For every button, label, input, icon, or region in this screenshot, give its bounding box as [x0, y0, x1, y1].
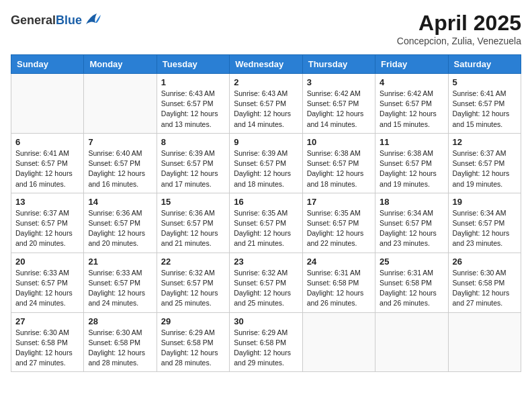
day-number: 29 [161, 316, 225, 326]
calendar-cell: 18Sunrise: 6:34 AMSunset: 6:57 PMDayligh… [375, 193, 448, 253]
day-number: 21 [88, 257, 152, 267]
week-row-4: 20Sunrise: 6:33 AMSunset: 6:57 PMDayligh… [11, 253, 521, 312]
calendar-cell: 27Sunrise: 6:30 AMSunset: 6:58 PMDayligh… [11, 312, 84, 372]
day-number: 15 [161, 197, 225, 207]
day-info: Sunrise: 6:31 AMSunset: 6:58 PMDaylight:… [307, 268, 371, 309]
calendar-cell: 5Sunrise: 6:41 AMSunset: 6:57 PMDaylight… [448, 74, 521, 134]
calendar-cell: 9Sunrise: 6:39 AMSunset: 6:57 PMDaylight… [230, 133, 302, 193]
calendar-cell: 15Sunrise: 6:36 AMSunset: 6:57 PMDayligh… [157, 193, 229, 253]
calendar-cell: 13Sunrise: 6:37 AMSunset: 6:57 PMDayligh… [11, 193, 84, 253]
day-number: 7 [88, 137, 152, 147]
calendar-cell [11, 74, 84, 134]
day-info: Sunrise: 6:35 AMSunset: 6:57 PMDaylight:… [234, 208, 298, 249]
day-info: Sunrise: 6:30 AMSunset: 6:58 PMDaylight:… [453, 268, 517, 309]
calendar-table: SundayMondayTuesdayWednesdayThursdayFrid… [11, 54, 521, 372]
day-number: 1 [161, 77, 225, 87]
calendar-cell: 14Sunrise: 6:36 AMSunset: 6:57 PMDayligh… [84, 193, 157, 253]
logo-blue: Blue [56, 13, 82, 27]
calendar-cell: 23Sunrise: 6:32 AMSunset: 6:57 PMDayligh… [230, 253, 302, 312]
day-number: 5 [453, 77, 517, 87]
day-info: Sunrise: 6:39 AMSunset: 6:57 PMDaylight:… [161, 148, 225, 189]
calendar-cell: 2Sunrise: 6:43 AMSunset: 6:57 PMDaylight… [230, 74, 302, 134]
day-info: Sunrise: 6:35 AMSunset: 6:57 PMDaylight:… [307, 208, 371, 249]
day-info: Sunrise: 6:43 AMSunset: 6:57 PMDaylight:… [161, 89, 225, 130]
calendar-cell [84, 74, 157, 134]
calendar-cell: 17Sunrise: 6:35 AMSunset: 6:57 PMDayligh… [302, 193, 375, 253]
day-number: 24 [307, 257, 371, 267]
day-info: Sunrise: 6:40 AMSunset: 6:57 PMDaylight:… [88, 148, 152, 189]
day-number: 2 [234, 77, 298, 87]
col-header-tuesday: Tuesday [157, 55, 229, 74]
col-header-sunday: Sunday [11, 55, 84, 74]
calendar-cell: 7Sunrise: 6:40 AMSunset: 6:57 PMDaylight… [84, 133, 157, 193]
day-number: 26 [453, 257, 517, 267]
day-info: Sunrise: 6:41 AMSunset: 6:57 PMDaylight:… [453, 89, 517, 130]
day-number: 25 [380, 257, 443, 267]
calendar-header-row: SundayMondayTuesdayWednesdayThursdayFrid… [11, 55, 521, 74]
day-number: 18 [380, 197, 443, 207]
day-number: 10 [307, 137, 371, 147]
day-number: 9 [234, 137, 298, 147]
calendar-cell: 22Sunrise: 6:32 AMSunset: 6:57 PMDayligh… [157, 253, 229, 312]
day-info: Sunrise: 6:29 AMSunset: 6:58 PMDaylight:… [234, 328, 298, 369]
calendar-cell: 6Sunrise: 6:41 AMSunset: 6:57 PMDaylight… [11, 133, 84, 193]
day-number: 8 [161, 137, 225, 147]
day-number: 13 [15, 197, 79, 207]
calendar-cell: 12Sunrise: 6:37 AMSunset: 6:57 PMDayligh… [448, 133, 521, 193]
day-number: 23 [234, 257, 298, 267]
calendar-cell: 10Sunrise: 6:38 AMSunset: 6:57 PMDayligh… [302, 133, 375, 193]
day-info: Sunrise: 6:32 AMSunset: 6:57 PMDaylight:… [234, 268, 298, 309]
calendar-cell: 1Sunrise: 6:43 AMSunset: 6:57 PMDaylight… [157, 74, 229, 134]
calendar-cell: 4Sunrise: 6:42 AMSunset: 6:57 PMDaylight… [375, 74, 448, 134]
day-info: Sunrise: 6:36 AMSunset: 6:57 PMDaylight:… [161, 208, 225, 249]
calendar-cell: 8Sunrise: 6:39 AMSunset: 6:57 PMDaylight… [157, 133, 229, 193]
day-info: Sunrise: 6:37 AMSunset: 6:57 PMDaylight:… [15, 208, 79, 249]
calendar-cell: 19Sunrise: 6:34 AMSunset: 6:57 PMDayligh… [448, 193, 521, 253]
logo: GeneralBlue [11, 11, 102, 30]
day-number: 20 [15, 257, 79, 267]
calendar-cell: 28Sunrise: 6:30 AMSunset: 6:58 PMDayligh… [84, 312, 157, 372]
day-number: 3 [307, 77, 371, 87]
day-number: 27 [15, 316, 79, 326]
col-header-friday: Friday [375, 55, 448, 74]
day-number: 16 [234, 197, 298, 207]
calendar-cell: 29Sunrise: 6:29 AMSunset: 6:58 PMDayligh… [157, 312, 229, 372]
day-info: Sunrise: 6:42 AMSunset: 6:57 PMDaylight:… [307, 89, 371, 130]
day-info: Sunrise: 6:37 AMSunset: 6:57 PMDaylight:… [453, 148, 517, 189]
calendar-cell: 3Sunrise: 6:42 AMSunset: 6:57 PMDaylight… [302, 74, 375, 134]
col-header-wednesday: Wednesday [230, 55, 302, 74]
calendar-cell: 20Sunrise: 6:33 AMSunset: 6:57 PMDayligh… [11, 253, 84, 312]
day-number: 6 [15, 137, 79, 147]
location-subtitle: Concepcion, Zulia, Venezuela [397, 36, 521, 46]
week-row-2: 6Sunrise: 6:41 AMSunset: 6:57 PMDaylight… [11, 133, 521, 193]
week-row-1: 1Sunrise: 6:43 AMSunset: 6:57 PMDaylight… [11, 74, 521, 134]
day-info: Sunrise: 6:36 AMSunset: 6:57 PMDaylight:… [88, 208, 152, 249]
logo-general: General [11, 13, 56, 27]
day-info: Sunrise: 6:30 AMSunset: 6:58 PMDaylight:… [15, 328, 79, 369]
day-number: 12 [453, 137, 517, 147]
day-info: Sunrise: 6:31 AMSunset: 6:58 PMDaylight:… [380, 268, 443, 309]
calendar-cell: 30Sunrise: 6:29 AMSunset: 6:58 PMDayligh… [230, 312, 302, 372]
day-info: Sunrise: 6:34 AMSunset: 6:57 PMDaylight:… [453, 208, 517, 249]
day-info: Sunrise: 6:39 AMSunset: 6:57 PMDaylight:… [234, 148, 298, 189]
week-row-5: 27Sunrise: 6:30 AMSunset: 6:58 PMDayligh… [11, 312, 521, 372]
day-info: Sunrise: 6:30 AMSunset: 6:58 PMDaylight:… [88, 328, 152, 369]
day-number: 11 [380, 137, 443, 147]
page-header: GeneralBlue April 2025 Concepcion, Zulia… [11, 11, 521, 46]
day-info: Sunrise: 6:38 AMSunset: 6:57 PMDaylight:… [307, 148, 371, 189]
week-row-3: 13Sunrise: 6:37 AMSunset: 6:57 PMDayligh… [11, 193, 521, 253]
day-number: 30 [234, 316, 298, 326]
calendar-cell: 24Sunrise: 6:31 AMSunset: 6:58 PMDayligh… [302, 253, 375, 312]
day-info: Sunrise: 6:41 AMSunset: 6:57 PMDaylight:… [15, 148, 79, 189]
day-info: Sunrise: 6:33 AMSunset: 6:57 PMDaylight:… [15, 268, 79, 309]
day-info: Sunrise: 6:32 AMSunset: 6:57 PMDaylight:… [161, 268, 225, 309]
day-info: Sunrise: 6:34 AMSunset: 6:57 PMDaylight:… [380, 208, 443, 249]
calendar-cell [448, 312, 521, 372]
day-number: 28 [88, 316, 152, 326]
logo-bird-icon [83, 11, 102, 30]
calendar-cell: 16Sunrise: 6:35 AMSunset: 6:57 PMDayligh… [230, 193, 302, 253]
calendar-cell: 11Sunrise: 6:38 AMSunset: 6:57 PMDayligh… [375, 133, 448, 193]
calendar-cell [302, 312, 375, 372]
col-header-monday: Monday [84, 55, 157, 74]
day-info: Sunrise: 6:29 AMSunset: 6:58 PMDaylight:… [161, 328, 225, 369]
